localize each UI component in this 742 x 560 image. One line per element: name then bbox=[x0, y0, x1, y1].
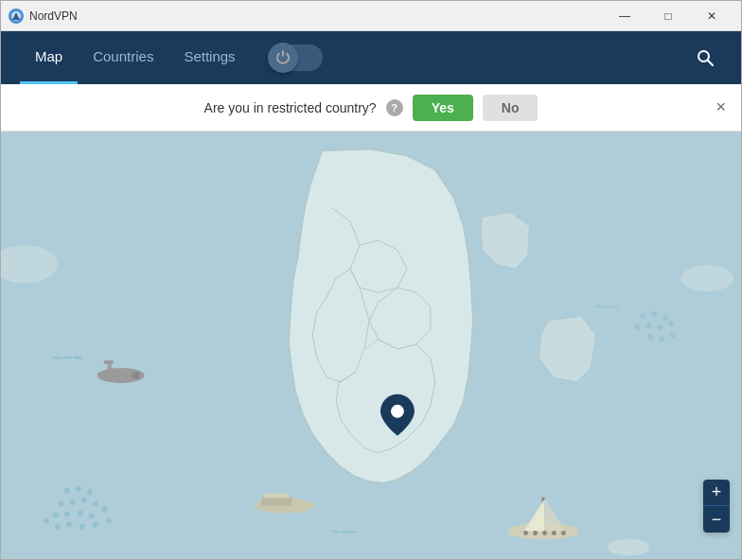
maximize-button[interactable]: □ bbox=[646, 1, 690, 31]
svg-point-21 bbox=[533, 531, 538, 535]
svg-rect-15 bbox=[263, 494, 290, 499]
svg-point-31 bbox=[59, 501, 64, 507]
svg-point-35 bbox=[102, 507, 108, 513]
no-button[interactable]: No bbox=[483, 95, 539, 121]
svg-point-26 bbox=[76, 486, 81, 492]
svg-point-47 bbox=[657, 324, 662, 330]
svg-point-44 bbox=[651, 311, 657, 317]
nav-item-map[interactable]: Map bbox=[20, 31, 78, 84]
search-button[interactable] bbox=[688, 41, 722, 75]
svg-point-25 bbox=[64, 488, 70, 494]
title-bar: NordVPN — □ ✕ bbox=[1, 1, 741, 31]
map-continent: ~~~ ~~~ ~~~ bbox=[1, 131, 741, 560]
power-button[interactable] bbox=[268, 43, 298, 73]
svg-rect-11 bbox=[104, 360, 114, 364]
svg-point-12 bbox=[132, 372, 140, 379]
help-icon[interactable]: ? bbox=[386, 99, 403, 116]
svg-point-36 bbox=[53, 513, 59, 518]
svg-point-45 bbox=[662, 315, 668, 321]
app-title: NordVPN bbox=[29, 9, 78, 23]
svg-point-43 bbox=[640, 313, 645, 319]
nav-item-settings[interactable]: Settings bbox=[168, 31, 250, 84]
svg-text:~~~: ~~~ bbox=[53, 348, 82, 367]
svg-point-50 bbox=[647, 334, 653, 340]
svg-point-23 bbox=[552, 531, 556, 535]
navbar: Map Countries Settings bbox=[1, 31, 741, 84]
svg-point-39 bbox=[93, 522, 98, 528]
svg-text:~~~: ~~~ bbox=[595, 299, 618, 314]
svg-point-24 bbox=[561, 531, 566, 535]
banner-question: Are you in restricted country? bbox=[204, 100, 377, 115]
zoom-controls: + − bbox=[703, 480, 730, 533]
svg-point-5 bbox=[391, 405, 404, 418]
svg-point-32 bbox=[64, 512, 70, 517]
svg-point-46 bbox=[645, 323, 651, 328]
zoom-out-button[interactable]: − bbox=[703, 506, 730, 533]
map-area: ~~~ ~~~ ~~~ bbox=[1, 131, 741, 560]
svg-point-48 bbox=[668, 321, 674, 326]
close-button[interactable]: ✕ bbox=[690, 1, 733, 31]
nordvpn-logo-icon bbox=[9, 9, 24, 24]
svg-point-53 bbox=[608, 538, 649, 555]
yes-button[interactable]: Yes bbox=[413, 95, 473, 121]
banner-close-button[interactable]: × bbox=[716, 97, 726, 117]
banner: Are you in restricted country? ? Yes No … bbox=[1, 84, 741, 131]
zoom-in-button[interactable]: + bbox=[703, 480, 730, 506]
svg-point-28 bbox=[70, 499, 76, 505]
svg-point-49 bbox=[634, 324, 640, 330]
minimize-button[interactable]: — bbox=[603, 1, 646, 31]
toggle-track bbox=[270, 44, 323, 71]
svg-point-54 bbox=[680, 265, 733, 291]
svg-point-29 bbox=[81, 498, 87, 503]
svg-point-52 bbox=[670, 332, 676, 338]
svg-point-27 bbox=[87, 490, 93, 496]
svg-point-30 bbox=[93, 501, 98, 507]
svg-point-37 bbox=[66, 522, 72, 528]
svg-point-42 bbox=[44, 518, 49, 524]
svg-point-38 bbox=[80, 524, 85, 530]
power-toggle[interactable] bbox=[270, 44, 323, 71]
svg-point-20 bbox=[523, 531, 528, 535]
svg-point-33 bbox=[78, 511, 83, 516]
svg-point-40 bbox=[106, 518, 112, 524]
svg-point-51 bbox=[659, 336, 664, 341]
svg-point-22 bbox=[542, 531, 547, 535]
title-bar-controls: — □ ✕ bbox=[603, 1, 733, 31]
svg-point-41 bbox=[55, 524, 61, 530]
svg-text:~~~: ~~~ bbox=[331, 524, 358, 540]
svg-line-2 bbox=[708, 61, 713, 65]
svg-point-34 bbox=[89, 514, 95, 519]
title-bar-left: NordVPN bbox=[9, 9, 78, 24]
nav-item-countries[interactable]: Countries bbox=[78, 31, 168, 84]
